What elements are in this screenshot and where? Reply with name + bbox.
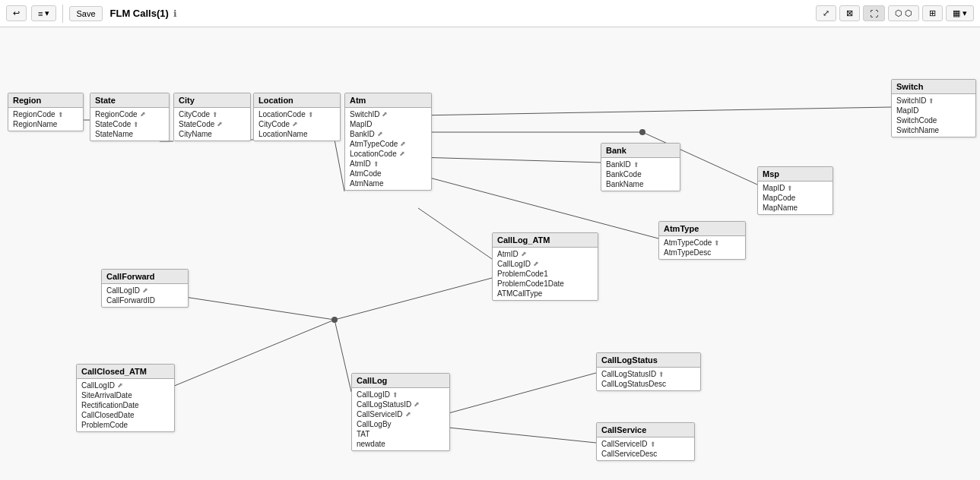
field-atmtypedesc: AtmTypeDesc (659, 248, 745, 257)
field-callclosed-calllogid: CallLogID ⬆ (77, 381, 174, 390)
field-atmtypecode: AtmTypeCode ⬆ (659, 238, 745, 248)
fit-button[interactable]: ⤢ (816, 5, 836, 21)
field-locationname: LocationName (254, 129, 340, 139)
field-calllog-atm-atmid: AtmID ⬆ (493, 249, 598, 259)
entity-calllog-atm-body: AtmID ⬆ CallLogID ⬆ ProblemCode1 Problem… (493, 248, 598, 300)
field-regionname: RegionName (8, 119, 83, 129)
pk-icon-3: ⬆ (212, 111, 218, 118)
undo-button[interactable]: ↩ (6, 5, 27, 21)
reset-button[interactable]: ⊠ (839, 5, 860, 21)
entity-calllogstatus[interactable]: CallLogStatus CallLogStatusID ⬆ CallLogS… (596, 352, 701, 391)
entity-location-body: LocationCode ⬆ CityCode ⬆ LocationName (254, 108, 340, 141)
save-button[interactable]: Save (69, 6, 102, 21)
entity-callclosed-atm-title: CallClosed_ATM (77, 365, 174, 379)
field-statecode: StateCode ⬆ (90, 119, 169, 129)
entity-location[interactable]: Location LocationCode ⬆ CityCode ⬆ Locat… (253, 93, 341, 141)
field-mapid: MapID ⬆ (758, 183, 833, 193)
field-state-regioncode: RegionCode ⬆ (90, 109, 169, 119)
field-regioncode: RegionCode ⬆ (8, 109, 83, 119)
svg-line-15 (449, 428, 596, 443)
entity-atm[interactable]: Atm SwitchID ⬆ MapID BankID ⬆ AtmTypeCod… (344, 93, 432, 191)
svg-line-5 (418, 157, 601, 163)
info-icon[interactable]: ℹ (173, 8, 177, 19)
layout-button[interactable]: ⊞ (922, 5, 943, 21)
entity-city[interactable]: City CityCode ⬆ StateCode ⬆ CityName (173, 93, 251, 141)
fk-icon-5: ⬆ (375, 129, 385, 139)
toolbar-right: ⤢ ⊠ ⛶ ⬡ ⬡ ⊞ ▦ ▾ (816, 5, 974, 21)
fk-icon-8: ⬆ (519, 249, 528, 259)
field-locationcode: LocationCode ⬆ (254, 109, 340, 119)
entity-msp-body: MapID ⬆ MapCode MapName (758, 182, 833, 214)
nodes-button[interactable]: ⬡ ⬡ (888, 5, 919, 21)
list-chevron: ▾ (45, 8, 49, 18)
field-newdate: newdate (352, 439, 449, 449)
field-city-statecode: StateCode ⬆ (174, 119, 250, 129)
entity-callservice[interactable]: CallService CallServiceID ⬆ CallServiceD… (596, 422, 695, 461)
entity-msp[interactable]: Msp MapID ⬆ MapCode MapName (757, 166, 833, 215)
entity-callservice-title: CallService (597, 423, 694, 437)
fullscreen-icon: ⛶ (870, 9, 878, 18)
nodes-icon: ⬡ (895, 8, 902, 18)
entity-city-title: City (174, 93, 250, 108)
entity-calllog[interactable]: CallLog CallLogID ⬆ CallLogStatusID ⬆ Ca… (351, 373, 450, 451)
entity-switch-title: Switch (892, 80, 975, 94)
undo-icon: ↩ (13, 8, 20, 18)
entity-location-title: Location (254, 93, 340, 108)
entity-bank-body: BankID ⬆ BankCode BankName (601, 158, 680, 191)
pk-icon: ⬆ (58, 111, 64, 118)
field-calllogstatusdesc: CallLogStatusDesc (597, 379, 700, 389)
field-switchid: SwitchID ⬆ (892, 96, 975, 106)
fk-icon-10: ⬆ (141, 286, 151, 295)
join-dot-1 (639, 129, 645, 135)
field-calllog-statusid: CallLogStatusID ⬆ (352, 399, 449, 409)
fk-icon-6: ⬆ (398, 139, 408, 149)
field-atmid: AtmID ⬆ (345, 159, 431, 169)
pk-icon-8: ⬆ (787, 185, 793, 192)
canvas[interactable]: Region RegionCode ⬆ RegionName State Reg… (0, 27, 980, 480)
entity-atmtype-body: AtmTypeCode ⬆ AtmTypeDesc (659, 236, 745, 259)
entity-atmtype[interactable]: AtmType AtmTypeCode ⬆ AtmTypeDesc (658, 221, 746, 260)
fk-icon-2: ⬆ (215, 119, 225, 129)
grid-icon: ▦ (953, 8, 960, 18)
entity-msp-title: Msp (758, 167, 833, 182)
list-button[interactable]: ≡ ▾ (31, 5, 56, 21)
field-problemcode: ProblemCode (77, 420, 174, 430)
svg-line-11 (335, 320, 351, 392)
page-title: FLM Calls(1) (110, 8, 169, 19)
field-bankid: BankID ⬆ (601, 159, 680, 169)
grid-button[interactable]: ▦ ▾ (946, 5, 974, 21)
entity-calllog-atm[interactable]: CallLog_ATM AtmID ⬆ CallLogID ⬆ ProblemC… (492, 232, 598, 301)
entity-region-title: Region (8, 93, 83, 108)
reset-icon: ⊠ (846, 8, 853, 18)
field-switchcode: SwitchCode (892, 115, 975, 125)
entity-calllog-atm-title: CallLog_ATM (493, 233, 598, 248)
field-location-citycode: CityCode ⬆ (254, 119, 340, 129)
fullscreen-button[interactable]: ⛶ (863, 5, 885, 21)
field-bankname: BankName (601, 179, 680, 189)
svg-line-4 (418, 107, 891, 115)
field-calllogby: CallLogBy (352, 419, 449, 429)
field-callforward-calllogid: CallLogID ⬆ (102, 286, 188, 295)
entity-region[interactable]: Region RegionCode ⬆ RegionName (8, 93, 84, 131)
separator-1 (62, 5, 63, 23)
entity-switch-body: SwitchID ⬆ MapID SwitchCode SwitchName (892, 94, 975, 137)
field-bankcode: BankCode (601, 169, 680, 179)
entity-calllog-body: CallLogID ⬆ CallLogStatusID ⬆ CallServic… (352, 388, 449, 450)
field-callserviceid-pk: CallServiceID ⬆ (597, 439, 694, 449)
pk-icon-9: ⬆ (714, 239, 720, 247)
entity-callforward[interactable]: CallForward CallLogID ⬆ CallForwardID (101, 269, 189, 308)
entity-switch[interactable]: Switch SwitchID ⬆ MapID SwitchCode Switc… (891, 79, 976, 137)
entity-state[interactable]: State RegionCode ⬆ StateCode ⬆ StateName (90, 93, 170, 141)
pk-icon-10: ⬆ (392, 391, 398, 399)
field-calllog-atm-calllogid: CallLogID ⬆ (493, 259, 598, 269)
entity-callclosed-atm[interactable]: CallClosed_ATM CallLogID ⬆ SiteArrivalDa… (76, 364, 175, 432)
field-citycode: CityCode ⬆ (174, 109, 250, 119)
entity-bank[interactable]: Bank BankID ⬆ BankCode BankName (601, 143, 680, 191)
entity-callforward-body: CallLogID ⬆ CallForwardID (102, 284, 188, 307)
entity-state-title: State (90, 93, 169, 108)
field-callcloseddate: CallClosedDate (77, 410, 174, 420)
entity-atm-body: SwitchID ⬆ MapID BankID ⬆ AtmTypeCode ⬆ … (345, 108, 431, 190)
field-callservicedesc: CallServiceDesc (597, 449, 694, 459)
field-atmname: AtmName (345, 178, 431, 188)
field-rectificationdate: RectificationDate (77, 400, 174, 410)
